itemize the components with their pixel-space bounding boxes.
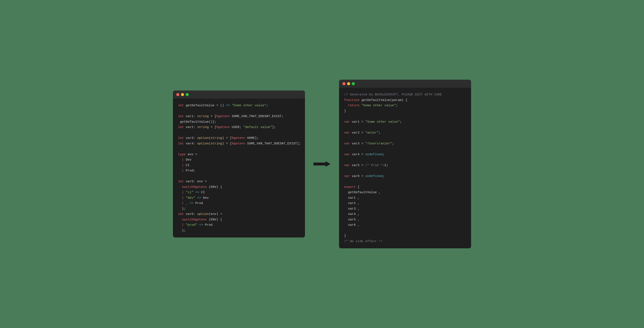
left-code-window: let getDefaultValue = () => "Some other … — [173, 90, 305, 238]
left-traffic-yellow — [181, 93, 184, 96]
svg-marker-0 — [314, 161, 330, 167]
left-traffic-red — [176, 93, 179, 96]
left-traffic-green — [186, 93, 189, 96]
right-code-window: // Generated by BUCKLESCRIPT, PLEASE EDI… — [339, 80, 471, 248]
left-titlebar — [173, 90, 305, 98]
left-code-body: let getDefaultValue = () => "Some other … — [173, 98, 305, 238]
right-traffic-green — [352, 82, 355, 85]
right-code-body: // Generated by BUCKLESCRIPT, PLEASE EDI… — [339, 88, 471, 248]
right-traffic-red — [342, 82, 346, 85]
right-traffic-yellow — [347, 82, 350, 85]
arrow-container — [314, 160, 330, 168]
right-titlebar — [339, 80, 471, 88]
main-container: let getDefaultValue = () => "Some other … — [173, 80, 471, 248]
compilation-arrow — [314, 160, 330, 168]
